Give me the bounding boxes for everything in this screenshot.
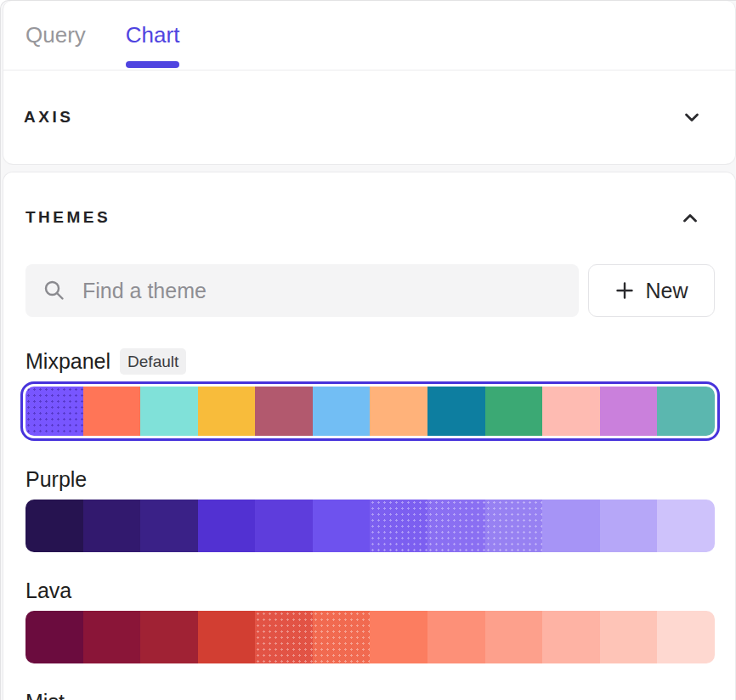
theme-name-row: Mist	[25, 689, 715, 700]
theme-color-swatch	[140, 611, 198, 663]
chevron-up-icon	[680, 208, 700, 229]
new-theme-button-label: New	[645, 279, 688, 303]
theme-color-swatch	[255, 611, 313, 663]
theme-color-swatch	[25, 387, 83, 436]
theme-swatch-row[interactable]	[25, 387, 715, 436]
theme-color-swatch	[542, 387, 600, 436]
theme-color-swatch	[198, 387, 256, 436]
theme-name: Purple	[25, 467, 87, 492]
search-box[interactable]	[25, 264, 579, 317]
axis-section-header[interactable]: AXIS	[3, 71, 736, 164]
theme-color-swatch	[313, 387, 371, 436]
axis-section-title: AXIS	[24, 108, 73, 127]
theme-color-swatch	[427, 500, 485, 552]
new-theme-button[interactable]: New	[588, 264, 715, 317]
theme-color-swatch	[370, 387, 427, 436]
theme-toolbar: New	[25, 264, 715, 317]
theme-name-row: Mixpanel Default	[25, 348, 715, 374]
theme-list: Mixpanel Default Purple Lava Mist	[25, 348, 715, 700]
theme-color-swatch	[313, 500, 371, 552]
theme-color-swatch	[542, 611, 600, 663]
axis-card: Query Chart AXIS	[3, 1, 736, 165]
theme-name-row: Purple	[25, 466, 715, 492]
theme-color-swatch	[485, 611, 543, 663]
plus-icon	[614, 280, 635, 301]
search-icon	[42, 279, 66, 302]
theme-color-swatch	[83, 387, 141, 436]
theme-list-item: Purple	[25, 466, 715, 552]
theme-swatch-row[interactable]	[25, 500, 715, 552]
theme-color-swatch	[485, 387, 543, 436]
theme-color-swatch	[542, 500, 600, 552]
theme-color-swatch	[657, 500, 715, 552]
tab-chart[interactable]: Chart	[126, 1, 180, 70]
chevron-down-icon	[682, 107, 702, 127]
theme-color-swatch	[370, 500, 427, 552]
theme-list-item: Mixpanel Default	[25, 348, 715, 441]
theme-name: Lava	[25, 579, 71, 603]
theme-color-swatch	[600, 387, 658, 436]
theme-color-swatch	[600, 611, 658, 663]
theme-swatch-outer	[25, 611, 715, 663]
theme-swatch-outer	[25, 500, 715, 552]
theme-color-swatch	[255, 500, 313, 552]
theme-list-item: Lava	[25, 578, 715, 663]
theme-color-swatch	[25, 611, 83, 663]
theme-color-swatch	[600, 500, 658, 552]
theme-name-row: Lava	[25, 578, 715, 603]
theme-name: Mixpanel	[25, 349, 110, 374]
theme-color-swatch	[198, 611, 256, 663]
theme-swatch-row[interactable]	[25, 611, 715, 663]
theme-color-swatch	[370, 611, 427, 663]
themes-card: THEMES New Mixpanel D	[3, 172, 736, 700]
theme-color-swatch	[255, 387, 313, 436]
theme-list-item: Mist	[25, 689, 715, 700]
theme-swatch-outer	[20, 381, 720, 441]
tab-query[interactable]: Query	[25, 1, 86, 70]
chart-settings-panel: Query Chart AXIS THEMES	[0, 0, 736, 700]
themes-section-header[interactable]: THEMES	[25, 172, 715, 225]
theme-color-swatch	[25, 500, 83, 552]
theme-name: Mist	[25, 690, 65, 700]
theme-color-swatch	[140, 500, 198, 552]
theme-color-swatch	[140, 387, 198, 436]
theme-color-swatch	[657, 387, 715, 436]
theme-color-swatch	[198, 500, 256, 552]
theme-color-swatch	[427, 387, 485, 436]
theme-color-swatch	[427, 611, 485, 663]
themes-section-title: THEMES	[25, 208, 110, 227]
theme-color-swatch	[313, 611, 371, 663]
theme-color-swatch	[657, 611, 715, 663]
theme-color-swatch	[83, 611, 141, 663]
tab-bar: Query Chart	[3, 1, 736, 71]
search-input[interactable]	[82, 279, 563, 303]
theme-color-swatch	[83, 500, 141, 552]
theme-default-badge: Default	[120, 348, 186, 375]
theme-color-swatch	[485, 500, 543, 552]
